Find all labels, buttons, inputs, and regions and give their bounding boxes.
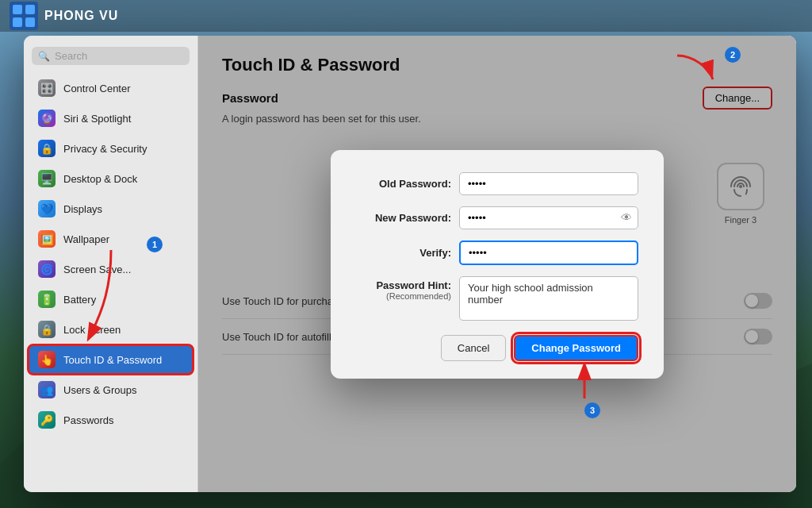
verify-input-wrap bbox=[459, 241, 638, 265]
sidebar-item-label: Users & Groups bbox=[63, 384, 136, 396]
arrow-to-change-btn bbox=[569, 363, 600, 402]
passwords-icon: 🔑 bbox=[38, 411, 56, 429]
sidebar-item-control-center[interactable]: 🎛️ Control Center bbox=[29, 74, 193, 102]
lockscreen-icon: 🔒 bbox=[38, 321, 56, 338]
main-content: Touch ID & Password Password A login pas… bbox=[198, 36, 796, 492]
sidebar-item-touchid[interactable]: 👆 Touch ID & Password bbox=[29, 345, 193, 374]
sidebar-item-label: Passwords bbox=[63, 414, 114, 426]
sidebar-item-label: Battery bbox=[63, 294, 96, 306]
verify-row: Verify: bbox=[356, 241, 638, 265]
sidebar-item-lockscreen[interactable]: 🔒 Lock Screen bbox=[29, 315, 193, 344]
hint-recommended: (Recommended) bbox=[356, 291, 451, 301]
sidebar-item-privacy[interactable]: 🔒 Privacy & Security bbox=[29, 134, 193, 163]
brand-icon bbox=[10, 2, 38, 30]
hint-label-col: Password Hint: (Recommended) bbox=[356, 276, 459, 301]
badge-2: 2 bbox=[725, 47, 741, 63]
siri-icon: 🔮 bbox=[38, 110, 56, 127]
old-password-row: Old Password: bbox=[356, 172, 638, 195]
sidebar-item-users[interactable]: 👥 Users & Groups bbox=[29, 375, 193, 404]
hint-text-box[interactable]: Your high school admission number bbox=[459, 276, 638, 321]
svg-rect-2 bbox=[25, 5, 35, 14]
old-password-input-wrap bbox=[459, 172, 638, 195]
sidebar-item-label: Siri & Spotlight bbox=[63, 113, 131, 125]
verify-input[interactable] bbox=[459, 241, 638, 265]
control-center-icon: 🎛️ bbox=[38, 79, 56, 97]
desktop-icon: 🖥️ bbox=[38, 170, 56, 187]
badge-3: 3 bbox=[584, 402, 600, 418]
sidebar: 🔍 Search 🎛️ Control Center 🔮 Siri & Spot… bbox=[24, 36, 198, 492]
sidebar-item-label: Desktop & Dock bbox=[63, 173, 137, 185]
privacy-icon: 🔒 bbox=[38, 140, 56, 157]
old-password-label: Old Password: bbox=[356, 178, 459, 190]
search-input[interactable]: Search bbox=[55, 50, 87, 62]
new-password-row: New Password: 👁 bbox=[356, 206, 638, 229]
verify-label: Verify: bbox=[356, 247, 459, 259]
search-icon: 🔍 bbox=[38, 51, 50, 62]
sidebar-item-label: Lock Screen bbox=[63, 324, 121, 336]
svg-rect-3 bbox=[13, 17, 22, 27]
sidebar-item-label: Touch ID & Password bbox=[63, 354, 162, 366]
old-password-input[interactable] bbox=[459, 172, 638, 195]
modal-buttons: Cancel Change Password bbox=[356, 335, 638, 361]
new-password-input-wrap: 👁 bbox=[459, 206, 638, 229]
system-preferences-window: 🔍 Search 🎛️ Control Center 🔮 Siri & Spot… bbox=[24, 36, 796, 492]
sidebar-item-battery[interactable]: 🔋 Battery bbox=[29, 285, 193, 314]
change-password-confirm-button[interactable]: Change Password bbox=[514, 335, 638, 361]
sidebar-item-label: Wallpaper bbox=[63, 233, 109, 245]
hint-label: Password Hint: bbox=[356, 279, 451, 291]
sidebar-item-screensaver[interactable]: 🌀 Screen Save... bbox=[29, 255, 193, 283]
sidebar-item-desktop[interactable]: 🖥️ Desktop & Dock bbox=[29, 164, 193, 193]
svg-rect-1 bbox=[13, 5, 22, 14]
sidebar-item-label: Privacy & Security bbox=[63, 143, 147, 155]
eye-icon[interactable]: 👁 bbox=[621, 211, 632, 224]
brand-logo: PHONG VU bbox=[10, 2, 118, 30]
sidebar-item-label: Screen Save... bbox=[63, 264, 131, 275]
touchid-icon: 👆 bbox=[38, 351, 56, 368]
sidebar-item-siri[interactable]: 🔮 Siri & Spotlight bbox=[29, 104, 193, 133]
wallpaper-icon: 🖼️ bbox=[38, 230, 56, 248]
new-password-input[interactable] bbox=[459, 206, 638, 229]
sidebar-item-passwords[interactable]: 🔑 Passwords bbox=[29, 406, 193, 434]
sidebar-item-wallpaper[interactable]: 🖼️ Wallpaper bbox=[29, 225, 193, 253]
header-bar: PHONG VU bbox=[0, 0, 812, 32]
displays-icon: 💙 bbox=[38, 200, 56, 217]
brand-name: PHONG VU bbox=[44, 9, 118, 23]
search-box[interactable]: 🔍 Search bbox=[32, 47, 190, 65]
sidebar-item-displays[interactable]: 💙 Displays bbox=[29, 194, 193, 223]
battery-icon: 🔋 bbox=[38, 291, 56, 308]
hint-row: Password Hint: (Recommended) Your high s… bbox=[356, 276, 638, 321]
change-password-dialog: Old Password: New Password: 👁 Verify: bbox=[331, 150, 664, 379]
screensaver-icon: 🌀 bbox=[38, 260, 56, 278]
users-icon: 👥 bbox=[38, 381, 56, 398]
sidebar-item-label: Displays bbox=[63, 203, 102, 215]
svg-rect-4 bbox=[25, 17, 35, 27]
modal-overlay: Old Password: New Password: 👁 Verify: bbox=[198, 36, 796, 492]
badge-1: 1 bbox=[147, 237, 163, 252]
new-password-label: New Password: bbox=[356, 212, 459, 224]
sidebar-item-label: Control Center bbox=[63, 83, 131, 94]
cancel-button[interactable]: Cancel bbox=[441, 335, 506, 361]
